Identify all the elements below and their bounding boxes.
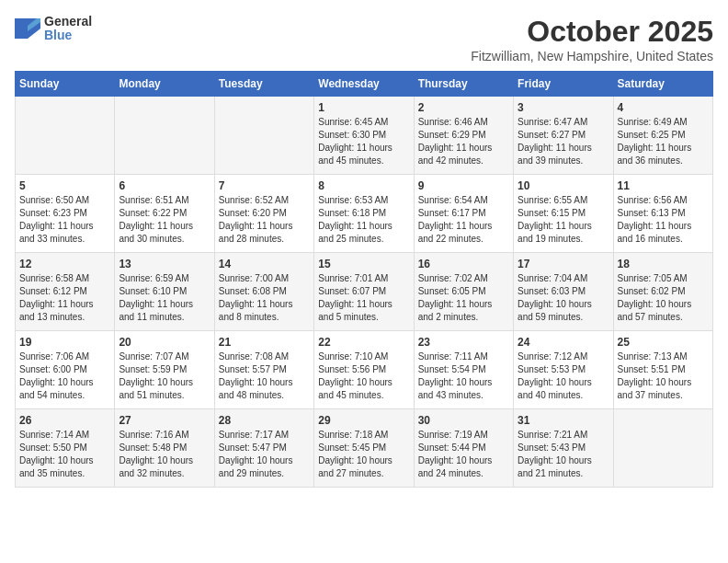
cell-info: Daylight: 10 hours and 37 minutes. [618,376,709,402]
calendar-cell: 12Sunrise: 6:58 AMSunset: 6:12 PMDayligh… [16,253,115,331]
calendar-cell [115,97,214,175]
cell-info: Sunset: 6:05 PM [418,285,509,298]
day-number: 20 [119,336,210,349]
cell-info: Daylight: 10 hours and 48 minutes. [219,376,310,402]
cell-info: Sunset: 6:00 PM [19,363,110,376]
day-number: 30 [418,414,509,427]
cell-info: Sunrise: 7:02 AM [418,272,509,285]
calendar-cell: 3Sunrise: 6:47 AMSunset: 6:27 PMDaylight… [514,97,613,175]
cell-info: Daylight: 10 hours and 24 minutes. [418,454,509,480]
cell-info: Daylight: 10 hours and 27 minutes. [318,454,409,480]
calendar-cell: 23Sunrise: 7:11 AMSunset: 5:54 PMDayligh… [414,331,513,409]
cell-info: Daylight: 10 hours and 21 minutes. [518,454,609,480]
day-number: 7 [219,179,310,192]
cell-info: Daylight: 11 hours and 13 minutes. [19,298,110,324]
cell-info: Sunset: 6:30 PM [318,129,409,142]
logo-icon [15,18,40,39]
day-number: 11 [618,179,709,192]
calendar-cell: 1Sunrise: 6:45 AMSunset: 6:30 PMDaylight… [314,97,414,175]
cell-info: Sunset: 6:22 PM [119,207,210,220]
day-number: 6 [119,179,210,192]
cell-info: Sunrise: 6:53 AM [318,194,409,207]
cell-info: Sunrise: 6:52 AM [219,194,310,207]
cell-info: Daylight: 11 hours and 36 minutes. [618,142,709,167]
calendar-cell: 6Sunrise: 6:51 AMSunset: 6:22 PMDaylight… [115,175,214,253]
calendar-cell: 20Sunrise: 7:07 AMSunset: 5:59 PMDayligh… [115,331,214,409]
cell-info: Sunrise: 6:59 AM [119,272,210,285]
cell-info: Sunrise: 6:58 AM [19,272,110,285]
cell-info: Sunset: 5:59 PM [119,363,210,376]
calendar-cell: 5Sunrise: 6:50 AMSunset: 6:23 PMDaylight… [16,175,115,253]
weekday-header-wednesday: Wednesday [314,72,414,97]
cell-info: Sunrise: 7:00 AM [219,272,310,285]
cell-info: Sunrise: 7:13 AM [618,350,709,363]
cell-info: Sunrise: 7:16 AM [119,429,210,442]
calendar-cell: 31Sunrise: 7:21 AMSunset: 5:43 PMDayligh… [514,409,613,488]
weekday-header-sunday: Sunday [16,72,115,97]
cell-info: Sunrise: 6:45 AM [318,116,409,129]
cell-info: Sunrise: 7:10 AM [318,350,409,363]
calendar-cell: 25Sunrise: 7:13 AMSunset: 5:51 PMDayligh… [613,331,712,409]
calendar-cell: 14Sunrise: 7:00 AMSunset: 6:08 PMDayligh… [214,253,313,331]
calendar-cell: 9Sunrise: 6:54 AMSunset: 6:17 PMDaylight… [414,175,513,253]
cell-info: Sunset: 5:57 PM [219,363,310,376]
weekday-header-monday: Monday [115,72,214,97]
calendar-cell: 17Sunrise: 7:04 AMSunset: 6:03 PMDayligh… [514,253,613,331]
cell-info: Sunset: 6:29 PM [418,129,509,142]
day-number: 17 [518,258,609,270]
cell-info: Sunrise: 6:46 AM [418,116,509,129]
day-number: 22 [318,336,409,349]
day-number: 3 [518,101,609,114]
calendar-cell [613,409,712,488]
weekday-header-row: SundayMondayTuesdayWednesdayThursdayFrid… [16,72,713,97]
svg-rect-0 [15,18,28,39]
day-number: 13 [119,258,210,270]
day-number: 8 [318,179,409,192]
cell-info: Sunrise: 7:05 AM [618,272,709,285]
cell-info: Daylight: 10 hours and 54 minutes. [19,376,110,402]
cell-info: Sunrise: 6:56 AM [618,194,709,207]
cell-info: Daylight: 11 hours and 25 minutes. [318,220,409,246]
calendar-cell: 11Sunrise: 6:56 AMSunset: 6:13 PMDayligh… [613,175,712,253]
calendar-cell: 19Sunrise: 7:06 AMSunset: 6:00 PMDayligh… [16,331,115,409]
cell-info: Sunset: 6:23 PM [19,207,110,220]
day-number: 5 [19,179,110,192]
cell-info: Sunrise: 7:21 AM [518,429,609,442]
cell-info: Sunset: 5:45 PM [318,442,409,454]
week-row-4: 19Sunrise: 7:06 AMSunset: 6:00 PMDayligh… [16,331,713,409]
cell-info: Sunrise: 7:08 AM [219,350,310,363]
day-number: 24 [518,336,609,349]
cell-info: Sunrise: 6:49 AM [618,116,709,129]
day-number: 4 [618,101,709,114]
week-row-2: 5Sunrise: 6:50 AMSunset: 6:23 PMDaylight… [16,175,713,253]
cell-info: Sunset: 6:27 PM [518,129,609,142]
calendar-cell: 8Sunrise: 6:53 AMSunset: 6:18 PMDaylight… [314,175,414,253]
day-number: 31 [518,414,609,427]
cell-info: Daylight: 11 hours and 39 minutes. [518,142,609,167]
cell-info: Sunset: 5:43 PM [518,442,609,454]
cell-info: Daylight: 11 hours and 42 minutes. [418,142,509,167]
calendar-cell: 21Sunrise: 7:08 AMSunset: 5:57 PMDayligh… [214,331,313,409]
day-number: 25 [618,336,709,349]
day-number: 26 [19,414,110,427]
cell-info: Daylight: 11 hours and 30 minutes. [119,220,210,246]
cell-info: Sunset: 5:56 PM [318,363,409,376]
calendar-cell: 30Sunrise: 7:19 AMSunset: 5:44 PMDayligh… [414,409,513,488]
calendar-table: SundayMondayTuesdayWednesdayThursdayFrid… [15,71,713,488]
weekday-header-saturday: Saturday [613,72,712,97]
cell-info: Sunrise: 7:04 AM [518,272,609,285]
cell-info: Sunrise: 7:14 AM [19,429,110,442]
cell-info: Sunset: 6:17 PM [418,207,509,220]
cell-info: Daylight: 11 hours and 16 minutes. [618,220,709,246]
day-number: 12 [19,258,110,270]
calendar-cell: 27Sunrise: 7:16 AMSunset: 5:48 PMDayligh… [115,409,214,488]
location-title: Fitzwilliam, New Hampshire, United State… [471,49,713,63]
cell-info: Sunset: 6:20 PM [219,207,310,220]
day-number: 2 [418,101,509,114]
calendar-cell [16,97,115,175]
cell-info: Sunrise: 7:07 AM [119,350,210,363]
weekday-header-friday: Friday [514,72,613,97]
cell-info: Sunset: 5:44 PM [418,442,509,454]
day-number: 27 [119,414,210,427]
cell-info: Sunset: 6:25 PM [618,129,709,142]
